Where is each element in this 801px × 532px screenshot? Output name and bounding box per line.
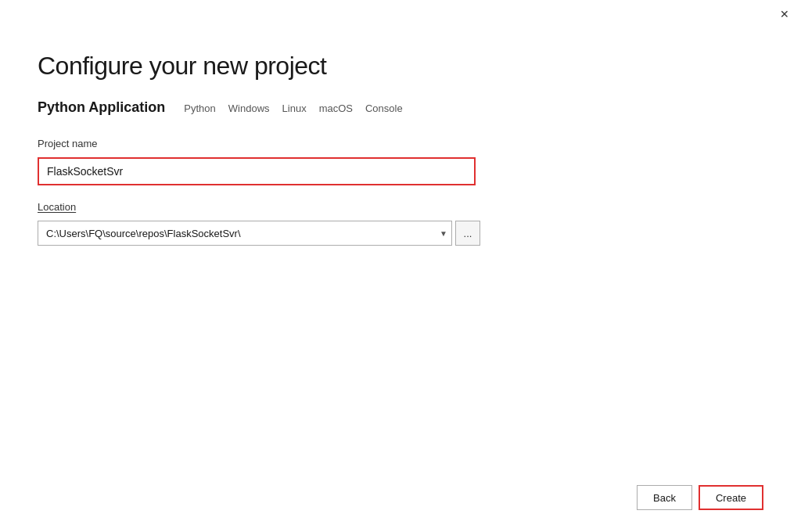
footer: Back Create	[0, 473, 801, 532]
tag-windows: Windows	[228, 102, 270, 114]
project-name-label: Project name	[38, 138, 763, 149]
tag-console: Console	[365, 102, 403, 114]
spacer	[38, 261, 763, 449]
title-bar: ✕	[0, 0, 801, 28]
project-name-input[interactable]	[38, 157, 476, 185]
close-button[interactable]: ✕	[778, 7, 792, 21]
project-type-name: Python Application	[38, 99, 165, 116]
browse-button[interactable]: ...	[455, 221, 480, 246]
create-button[interactable]: Create	[699, 485, 763, 510]
location-row: C:\Users\FQ\source\repos\FlaskSocketSvr\…	[38, 221, 763, 246]
back-button[interactable]: Back	[637, 485, 692, 510]
tags-row: Python Windows Linux macOS Console	[184, 102, 402, 114]
page-title: Configure your new project	[38, 52, 763, 81]
location-select-wrapper: C:\Users\FQ\source\repos\FlaskSocketSvr\…	[38, 221, 452, 246]
tag-linux: Linux	[282, 102, 307, 114]
location-label-text: Location	[38, 201, 76, 213]
dialog-window: ✕ Configure your new project Python Appl…	[0, 0, 801, 532]
project-type-row: Python Application Python Windows Linux …	[38, 99, 763, 116]
location-section: Location C:\Users\FQ\source\repos\FlaskS…	[38, 201, 763, 246]
location-label: Location	[38, 201, 763, 213]
tag-python: Python	[184, 102, 215, 114]
location-select[interactable]: C:\Users\FQ\source\repos\FlaskSocketSvr\	[38, 221, 452, 246]
project-name-section: Project name	[38, 138, 763, 185]
tag-macos: macOS	[319, 102, 353, 114]
content-area: Configure your new project Python Applic…	[0, 28, 801, 473]
